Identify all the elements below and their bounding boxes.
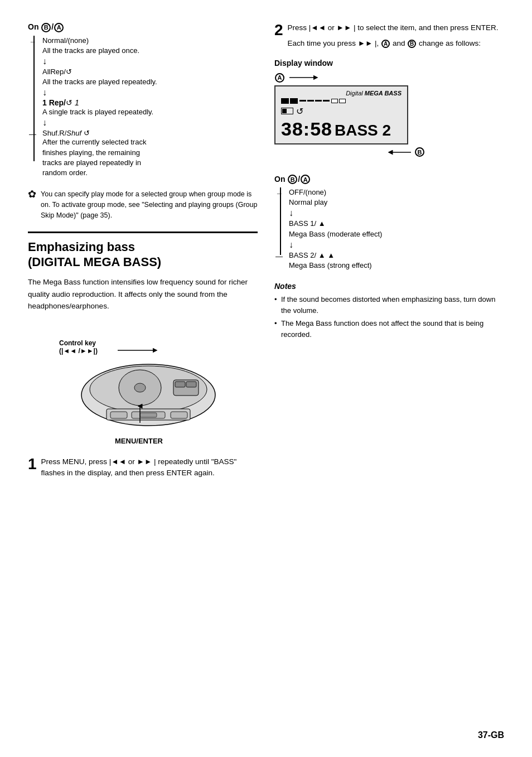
flow-right: → OFF/(none) Normal play ↓ BASS 1/ ▲ Meg…	[280, 187, 504, 271]
right-column: 2 Press |◄◄ or ►► | to select the item, …	[274, 22, 504, 735]
svg-rect-12	[171, 412, 187, 418]
flow-sub-1rep: A single track is played repeatedly.	[42, 107, 258, 117]
flow-sub-shuf: After the currently selected trackfinish…	[42, 137, 258, 178]
on-ba-right: On B/A → OFF/(none) Normal play ↓ BASS 1…	[274, 175, 504, 271]
svg-rect-6	[175, 382, 185, 387]
device-svg	[76, 353, 221, 437]
lcd-circle-a: A	[275, 73, 284, 83]
tip-text: You can specify play mode for a selected…	[41, 189, 258, 220]
flow-bass2: — BASS 2/ ▲ ▲ Mega Bass (strong effect)	[280, 250, 504, 271]
lcd-container: A	[274, 72, 431, 158]
section-body: The Mega Bass function intensifies low f…	[28, 276, 258, 312]
lcd-main-display: 38:58 BASS 2	[281, 118, 402, 140]
on-ba-label-left: On B/A	[28, 22, 258, 32]
arrow-down-2: ↓	[42, 88, 258, 97]
flow-item-normal: Normal/(none)	[42, 36, 258, 46]
lcd-bass: BASS 2	[335, 122, 391, 139]
step2-block: 2 Press |◄◄ or ►► | to select the item, …	[274, 22, 504, 50]
lcd-display: Digital MEGA BASS	[274, 85, 408, 144]
flow-item-1rep: 1 Rep/↺ 1	[42, 98, 258, 107]
circle-a-r: A	[301, 175, 310, 184]
note-item-1: If the sound becomes distorted when emph…	[274, 294, 504, 316]
notes-heading: Notes	[274, 282, 504, 291]
lcd-circle-b: B	[415, 147, 424, 157]
tip-icon: ✿	[28, 188, 36, 200]
flow-off: → OFF/(none) Normal play ↓	[280, 187, 504, 218]
device-diagram: Control key (|◄◄ /►►|)	[54, 322, 232, 445]
display-window-section: Display window A	[274, 59, 504, 158]
svg-rect-7	[186, 382, 196, 387]
arrow-a	[289, 72, 323, 83]
flow-bass1: BASS 1/ ▲ Mega Bass (moderate effect) ↓	[280, 219, 504, 249]
step2-content: Press |◄◄ or ►► | to select the item, an…	[288, 22, 504, 50]
arrow-down-3: ↓	[42, 118, 258, 127]
circle-b-r: B	[288, 175, 297, 184]
svg-rect-11	[110, 412, 127, 418]
control-key-label: Control key (|◄◄ /►►|)	[59, 339, 98, 355]
page-number: 37-GB	[478, 730, 504, 740]
circle-b: B	[41, 23, 51, 32]
on-ba-label-right: On B/A	[274, 175, 504, 185]
left-column: On B/A → Normal/(none) All the tracks ar…	[28, 22, 258, 735]
section-heading: Emphasizing bass (DIGITAL MEGA BASS)	[28, 240, 258, 269]
step1-content: Press MENU, press |◄◄ or ►► | repeatedly…	[41, 456, 258, 479]
notes-section: Notes If the sound becomes distorted whe…	[274, 282, 504, 340]
lcd-time: 38:58	[281, 118, 332, 140]
flow-item-allrep: AllRep/↺	[42, 67, 258, 77]
svg-point-4	[134, 383, 146, 392]
tip-section: ✿ You can specify play mode for a select…	[28, 189, 258, 220]
flow-sub-normal: All the tracks are played once.	[42, 46, 258, 56]
lcd-b-row: B	[274, 147, 425, 158]
step2-sub: Each time you press ►► |, A and B change…	[288, 38, 504, 49]
lcd-brand: Digital MEGA BASS	[346, 90, 402, 97]
section-divider	[28, 232, 258, 233]
flow-item-shuf: Shuf.R/Shuf ↺	[42, 128, 258, 137]
flow-sub-allrep: All the tracks are played repeatedly.	[42, 77, 258, 87]
menu-enter-label: MENU/ENTER	[115, 437, 163, 445]
menu-enter-arrow	[132, 403, 148, 423]
step1-number: 1	[28, 456, 37, 472]
step1-block: 1 Press MENU, press |◄◄ or ►► | repeated…	[28, 456, 258, 479]
step2-number: 2	[274, 22, 283, 38]
play-mode-section: On B/A → Normal/(none) All the tracks ar…	[28, 22, 258, 178]
circle-a: A	[54, 23, 64, 32]
lcd-battery-row: ↺	[281, 106, 402, 117]
display-window-label: Display window	[274, 59, 504, 67]
arrow-b	[383, 147, 411, 158]
arrow-down-1: ↓	[42, 57, 258, 66]
lcd-icons	[281, 98, 402, 104]
note-item-2: The Mega Bass function does not affect t…	[274, 318, 504, 340]
